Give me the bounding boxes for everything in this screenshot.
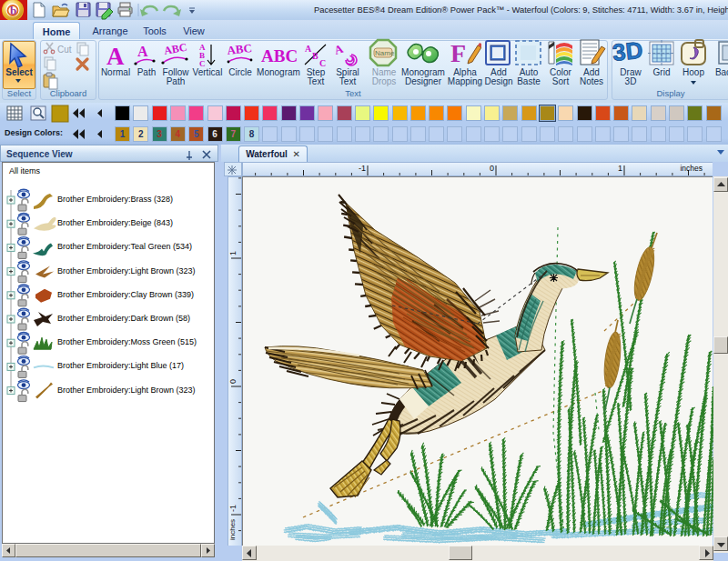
- svg-text:A: A: [137, 44, 148, 59]
- svg-text:Cut: Cut: [57, 45, 72, 55]
- svg-text:ABC: ABC: [163, 43, 187, 57]
- svg-text:B: B: [312, 51, 318, 61]
- svg-text:F: F: [450, 39, 466, 67]
- svg-text:ABC: ABC: [261, 46, 298, 65]
- svg-text:A: A: [106, 43, 125, 67]
- svg-text:inches: inches: [680, 164, 703, 173]
- svg-text:1: 1: [618, 164, 622, 173]
- svg-text:ABC: ABC: [227, 43, 253, 57]
- svg-text:0: 0: [228, 379, 238, 384]
- svg-text:Name: Name: [375, 49, 395, 57]
- svg-text:C: C: [319, 58, 326, 67]
- svg-text:A: A: [335, 43, 345, 57]
- svg-text:inches: inches: [228, 519, 237, 540]
- svg-text:1: 1: [228, 251, 238, 255]
- svg-text:A: A: [305, 44, 312, 54]
- svg-text:0: 0: [490, 164, 494, 173]
- svg-text:3D: 3D: [612, 38, 644, 66]
- svg-text:C: C: [199, 59, 206, 67]
- svg-text:b: b: [10, 4, 16, 17]
- svg-text:-1: -1: [359, 164, 366, 173]
- svg-text:-1: -1: [228, 505, 238, 512]
